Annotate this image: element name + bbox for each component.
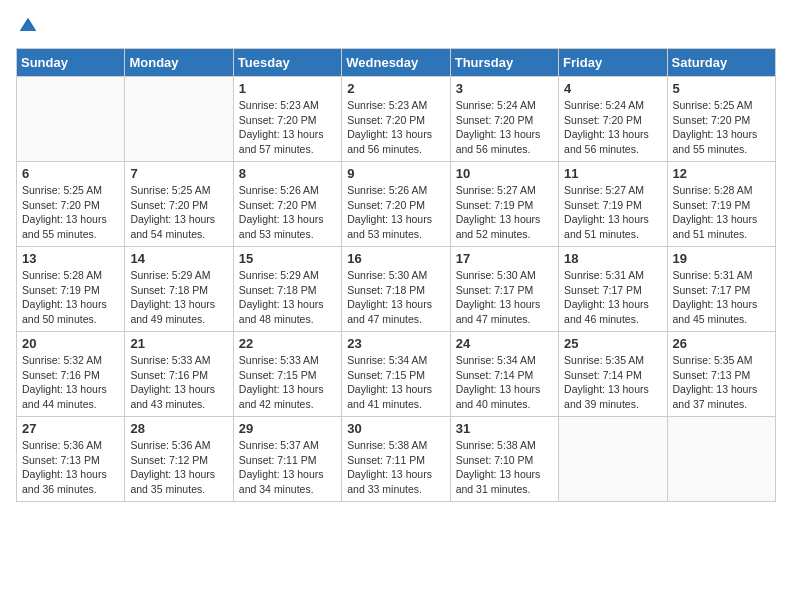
day-number: 28: [130, 421, 227, 436]
calendar-table: SundayMondayTuesdayWednesdayThursdayFrid…: [16, 48, 776, 502]
day-info: Sunrise: 5:24 AM Sunset: 7:20 PM Dayligh…: [456, 98, 553, 157]
calendar-cell: 30Sunrise: 5:38 AM Sunset: 7:11 PM Dayli…: [342, 417, 450, 502]
calendar-cell: 10Sunrise: 5:27 AM Sunset: 7:19 PM Dayli…: [450, 162, 558, 247]
day-info: Sunrise: 5:23 AM Sunset: 7:20 PM Dayligh…: [347, 98, 444, 157]
calendar-header-sunday: Sunday: [17, 49, 125, 77]
day-info: Sunrise: 5:25 AM Sunset: 7:20 PM Dayligh…: [22, 183, 119, 242]
day-info: Sunrise: 5:35 AM Sunset: 7:14 PM Dayligh…: [564, 353, 661, 412]
day-number: 5: [673, 81, 770, 96]
day-info: Sunrise: 5:35 AM Sunset: 7:13 PM Dayligh…: [673, 353, 770, 412]
day-info: Sunrise: 5:26 AM Sunset: 7:20 PM Dayligh…: [239, 183, 336, 242]
day-number: 6: [22, 166, 119, 181]
day-number: 27: [22, 421, 119, 436]
calendar-cell: 18Sunrise: 5:31 AM Sunset: 7:17 PM Dayli…: [559, 247, 667, 332]
calendar-cell: 28Sunrise: 5:36 AM Sunset: 7:12 PM Dayli…: [125, 417, 233, 502]
calendar-cell: 22Sunrise: 5:33 AM Sunset: 7:15 PM Dayli…: [233, 332, 341, 417]
day-number: 23: [347, 336, 444, 351]
day-info: Sunrise: 5:31 AM Sunset: 7:17 PM Dayligh…: [673, 268, 770, 327]
day-number: 8: [239, 166, 336, 181]
calendar-cell: 17Sunrise: 5:30 AM Sunset: 7:17 PM Dayli…: [450, 247, 558, 332]
page-header: [16, 16, 776, 36]
calendar-cell: 6Sunrise: 5:25 AM Sunset: 7:20 PM Daylig…: [17, 162, 125, 247]
day-info: Sunrise: 5:25 AM Sunset: 7:20 PM Dayligh…: [130, 183, 227, 242]
day-info: Sunrise: 5:25 AM Sunset: 7:20 PM Dayligh…: [673, 98, 770, 157]
day-info: Sunrise: 5:28 AM Sunset: 7:19 PM Dayligh…: [22, 268, 119, 327]
calendar-cell: 24Sunrise: 5:34 AM Sunset: 7:14 PM Dayli…: [450, 332, 558, 417]
day-info: Sunrise: 5:27 AM Sunset: 7:19 PM Dayligh…: [564, 183, 661, 242]
calendar-header-saturday: Saturday: [667, 49, 775, 77]
calendar-cell: 13Sunrise: 5:28 AM Sunset: 7:19 PM Dayli…: [17, 247, 125, 332]
calendar-cell: 9Sunrise: 5:26 AM Sunset: 7:20 PM Daylig…: [342, 162, 450, 247]
calendar-header-row: SundayMondayTuesdayWednesdayThursdayFrid…: [17, 49, 776, 77]
day-number: 7: [130, 166, 227, 181]
calendar-cell: 12Sunrise: 5:28 AM Sunset: 7:19 PM Dayli…: [667, 162, 775, 247]
calendar-cell: 1Sunrise: 5:23 AM Sunset: 7:20 PM Daylig…: [233, 77, 341, 162]
day-number: 22: [239, 336, 336, 351]
week-row-1: 1Sunrise: 5:23 AM Sunset: 7:20 PM Daylig…: [17, 77, 776, 162]
calendar-cell: 26Sunrise: 5:35 AM Sunset: 7:13 PM Dayli…: [667, 332, 775, 417]
day-number: 1: [239, 81, 336, 96]
day-number: 12: [673, 166, 770, 181]
day-info: Sunrise: 5:34 AM Sunset: 7:15 PM Dayligh…: [347, 353, 444, 412]
day-number: 29: [239, 421, 336, 436]
day-number: 11: [564, 166, 661, 181]
day-info: Sunrise: 5:34 AM Sunset: 7:14 PM Dayligh…: [456, 353, 553, 412]
calendar-cell: 16Sunrise: 5:30 AM Sunset: 7:18 PM Dayli…: [342, 247, 450, 332]
day-number: 14: [130, 251, 227, 266]
day-number: 30: [347, 421, 444, 436]
day-number: 20: [22, 336, 119, 351]
calendar-header-thursday: Thursday: [450, 49, 558, 77]
calendar-cell: [559, 417, 667, 502]
calendar-cell: [125, 77, 233, 162]
day-number: 16: [347, 251, 444, 266]
week-row-2: 6Sunrise: 5:25 AM Sunset: 7:20 PM Daylig…: [17, 162, 776, 247]
day-number: 25: [564, 336, 661, 351]
calendar-cell: 2Sunrise: 5:23 AM Sunset: 7:20 PM Daylig…: [342, 77, 450, 162]
day-number: 17: [456, 251, 553, 266]
calendar-cell: 19Sunrise: 5:31 AM Sunset: 7:17 PM Dayli…: [667, 247, 775, 332]
day-number: 31: [456, 421, 553, 436]
day-number: 9: [347, 166, 444, 181]
calendar-cell: 15Sunrise: 5:29 AM Sunset: 7:18 PM Dayli…: [233, 247, 341, 332]
day-number: 26: [673, 336, 770, 351]
logo-icon: [18, 16, 38, 36]
calendar-cell: 7Sunrise: 5:25 AM Sunset: 7:20 PM Daylig…: [125, 162, 233, 247]
day-number: 13: [22, 251, 119, 266]
day-info: Sunrise: 5:23 AM Sunset: 7:20 PM Dayligh…: [239, 98, 336, 157]
calendar-cell: 5Sunrise: 5:25 AM Sunset: 7:20 PM Daylig…: [667, 77, 775, 162]
calendar-cell: 14Sunrise: 5:29 AM Sunset: 7:18 PM Dayli…: [125, 247, 233, 332]
day-number: 2: [347, 81, 444, 96]
calendar-cell: [667, 417, 775, 502]
day-info: Sunrise: 5:30 AM Sunset: 7:18 PM Dayligh…: [347, 268, 444, 327]
calendar-cell: 8Sunrise: 5:26 AM Sunset: 7:20 PM Daylig…: [233, 162, 341, 247]
logo: [16, 16, 38, 36]
day-number: 10: [456, 166, 553, 181]
day-number: 19: [673, 251, 770, 266]
calendar-cell: 21Sunrise: 5:33 AM Sunset: 7:16 PM Dayli…: [125, 332, 233, 417]
week-row-5: 27Sunrise: 5:36 AM Sunset: 7:13 PM Dayli…: [17, 417, 776, 502]
day-info: Sunrise: 5:29 AM Sunset: 7:18 PM Dayligh…: [130, 268, 227, 327]
week-row-3: 13Sunrise: 5:28 AM Sunset: 7:19 PM Dayli…: [17, 247, 776, 332]
calendar-cell: 11Sunrise: 5:27 AM Sunset: 7:19 PM Dayli…: [559, 162, 667, 247]
calendar-cell: 23Sunrise: 5:34 AM Sunset: 7:15 PM Dayli…: [342, 332, 450, 417]
calendar-cell: 25Sunrise: 5:35 AM Sunset: 7:14 PM Dayli…: [559, 332, 667, 417]
day-number: 4: [564, 81, 661, 96]
calendar-header-monday: Monday: [125, 49, 233, 77]
calendar-cell: 4Sunrise: 5:24 AM Sunset: 7:20 PM Daylig…: [559, 77, 667, 162]
calendar-header-tuesday: Tuesday: [233, 49, 341, 77]
calendar-cell: 20Sunrise: 5:32 AM Sunset: 7:16 PM Dayli…: [17, 332, 125, 417]
day-info: Sunrise: 5:28 AM Sunset: 7:19 PM Dayligh…: [673, 183, 770, 242]
day-number: 18: [564, 251, 661, 266]
day-number: 15: [239, 251, 336, 266]
calendar-cell: 27Sunrise: 5:36 AM Sunset: 7:13 PM Dayli…: [17, 417, 125, 502]
day-info: Sunrise: 5:31 AM Sunset: 7:17 PM Dayligh…: [564, 268, 661, 327]
day-info: Sunrise: 5:24 AM Sunset: 7:20 PM Dayligh…: [564, 98, 661, 157]
calendar-cell: [17, 77, 125, 162]
calendar-header-wednesday: Wednesday: [342, 49, 450, 77]
day-info: Sunrise: 5:33 AM Sunset: 7:15 PM Dayligh…: [239, 353, 336, 412]
calendar-cell: 31Sunrise: 5:38 AM Sunset: 7:10 PM Dayli…: [450, 417, 558, 502]
calendar-cell: 3Sunrise: 5:24 AM Sunset: 7:20 PM Daylig…: [450, 77, 558, 162]
week-row-4: 20Sunrise: 5:32 AM Sunset: 7:16 PM Dayli…: [17, 332, 776, 417]
day-number: 21: [130, 336, 227, 351]
day-number: 3: [456, 81, 553, 96]
